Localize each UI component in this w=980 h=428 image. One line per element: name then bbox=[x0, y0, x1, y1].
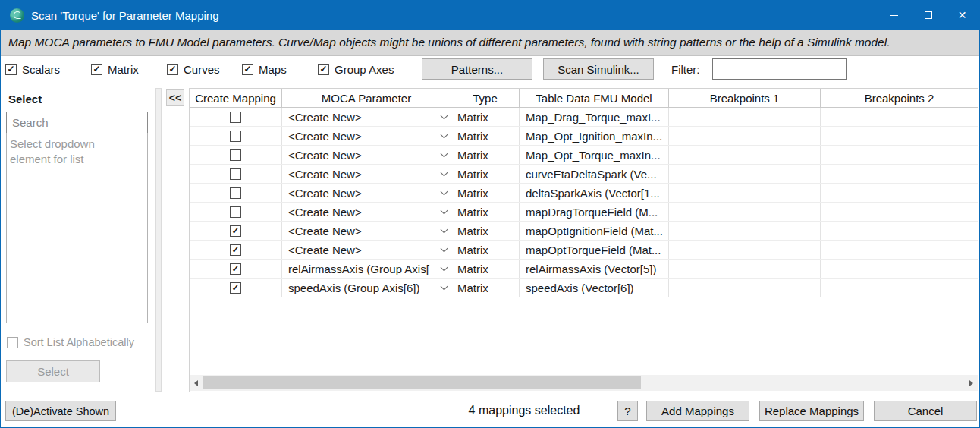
status-text: 4 mappings selected bbox=[426, 404, 623, 417]
dropdown-chevron-icon[interactable] bbox=[441, 245, 448, 253]
column-header-breakpoints-1[interactable]: Breakpoints 1 bbox=[669, 89, 821, 107]
select-button[interactable]: Select bbox=[6, 360, 100, 382]
maps-checkbox-row[interactable]: Maps bbox=[242, 63, 287, 76]
create-mapping-checkbox[interactable] bbox=[230, 112, 241, 123]
breakpoints1-cell[interactable] bbox=[669, 146, 821, 164]
breakpoints1-cell[interactable] bbox=[669, 127, 821, 145]
breakpoints1-cell[interactable] bbox=[669, 222, 821, 240]
replace-mappings-button[interactable]: Replace Mappings bbox=[759, 401, 864, 421]
matrix-checkbox-row[interactable]: Matrix bbox=[91, 63, 139, 76]
maps-checkbox[interactable] bbox=[242, 64, 253, 75]
cancel-button[interactable]: Cancel bbox=[874, 401, 977, 421]
create-mapping-cell bbox=[190, 279, 282, 297]
breakpoints2-cell[interactable] bbox=[821, 165, 978, 183]
dropdown-chevron-icon[interactable] bbox=[441, 150, 448, 158]
column-header-create-mapping[interactable]: Create Mapping bbox=[190, 89, 282, 107]
scroll-left-button[interactable] bbox=[190, 375, 203, 391]
select-list[interactable]: Select dropdown element for list bbox=[6, 133, 148, 323]
moca-parameter-dropdown[interactable]: <Create New> bbox=[282, 146, 451, 164]
moca-parameter-dropdown[interactable]: relAirmassAxis (Group Axis[ bbox=[282, 260, 451, 278]
scan-simulink-button[interactable]: Scan Simulink... bbox=[543, 58, 654, 80]
dropdown-chevron-icon[interactable] bbox=[441, 188, 448, 196]
curves-checkbox-row[interactable]: Curves bbox=[167, 63, 220, 76]
breakpoints1-cell[interactable] bbox=[669, 108, 821, 126]
maximize-button[interactable] bbox=[911, 1, 945, 30]
column-header-moca-parameter[interactable]: MOCA Parameter bbox=[282, 89, 451, 107]
group-axes-checkbox-row[interactable]: Group Axes bbox=[318, 63, 394, 76]
dropdown-chevron-icon[interactable] bbox=[441, 226, 448, 234]
breakpoints2-cell[interactable] bbox=[821, 108, 978, 126]
type-cell: Matrix bbox=[451, 279, 520, 297]
minimize-button[interactable] bbox=[877, 1, 911, 30]
title-bar: Scan 'Torque' for Parameter Mapping ✕ bbox=[1, 1, 979, 30]
panel-splitter[interactable] bbox=[155, 88, 162, 392]
table-row: <Create New> Matrix mapOptIgnitionField … bbox=[190, 222, 978, 241]
create-mapping-checkbox[interactable] bbox=[230, 187, 241, 199]
filter-input[interactable] bbox=[712, 58, 847, 80]
breakpoints1-cell[interactable] bbox=[669, 260, 821, 278]
mapping-table: Create Mapping MOCA Parameter Type Table… bbox=[189, 88, 978, 392]
dropdown-chevron-icon[interactable] bbox=[441, 112, 448, 120]
scalars-checkbox[interactable] bbox=[5, 64, 17, 75]
dropdown-chevron-icon[interactable] bbox=[441, 283, 448, 291]
moca-parameter-dropdown[interactable]: speedAxis (Group Axis[6]) bbox=[282, 279, 451, 297]
column-header-table-data-fmu-model[interactable]: Table Data FMU Model bbox=[520, 89, 669, 107]
moca-parameter-dropdown[interactable]: <Create New> bbox=[282, 184, 451, 202]
type-cell: Matrix bbox=[451, 222, 520, 240]
scroll-right-icon bbox=[969, 380, 973, 386]
create-mapping-checkbox[interactable] bbox=[230, 282, 241, 294]
search-input[interactable] bbox=[6, 112, 148, 134]
breakpoints2-cell[interactable] bbox=[821, 184, 978, 202]
scrollbar-thumb[interactable] bbox=[203, 376, 641, 389]
scroll-right-button[interactable] bbox=[965, 375, 978, 391]
breakpoints1-cell[interactable] bbox=[669, 241, 821, 259]
breakpoints2-cell[interactable] bbox=[821, 260, 978, 278]
dropdown-chevron-icon[interactable] bbox=[441, 169, 448, 177]
breakpoints2-cell[interactable] bbox=[821, 203, 978, 221]
add-mappings-button[interactable]: Add Mappings bbox=[646, 401, 749, 421]
horizontal-scrollbar[interactable] bbox=[190, 375, 978, 391]
fmu-model-value: deltaSparkAxis (Vector[1... bbox=[526, 187, 660, 200]
create-mapping-checkbox[interactable] bbox=[230, 206, 241, 218]
sort-alphabetically-checkbox[interactable] bbox=[7, 337, 18, 348]
moca-parameter-dropdown[interactable]: <Create New> bbox=[282, 165, 451, 183]
help-button[interactable]: ? bbox=[617, 401, 638, 421]
breakpoints2-cell[interactable] bbox=[821, 241, 978, 259]
create-mapping-checkbox[interactable] bbox=[230, 149, 241, 161]
patterns-button[interactable]: Patterns... bbox=[422, 58, 532, 80]
column-header-type[interactable]: Type bbox=[451, 89, 520, 107]
dropdown-chevron-icon[interactable] bbox=[441, 207, 448, 215]
breakpoints2-cell[interactable] bbox=[821, 146, 978, 164]
group-axes-checkbox[interactable] bbox=[318, 64, 329, 75]
breakpoints2-cell[interactable] bbox=[821, 127, 978, 145]
table-row: <Create New> Matrix curveEtaDeltaSpark (… bbox=[190, 165, 978, 184]
breakpoints1-cell[interactable] bbox=[669, 203, 821, 221]
moca-parameter-dropdown[interactable]: <Create New> bbox=[282, 222, 451, 240]
matrix-checkbox[interactable] bbox=[91, 64, 102, 75]
breakpoints1-cell[interactable] bbox=[669, 165, 821, 183]
create-mapping-checkbox[interactable] bbox=[230, 168, 241, 180]
fmu-model-cell: Map_Drag_Torque_maxI... bbox=[520, 108, 669, 126]
dropdown-chevron-icon[interactable] bbox=[441, 131, 448, 139]
dropdown-chevron-icon[interactable] bbox=[441, 264, 448, 272]
close-button[interactable]: ✕ bbox=[945, 1, 979, 30]
column-header-breakpoints-2[interactable]: Breakpoints 2 bbox=[821, 89, 978, 107]
breakpoints1-cell[interactable] bbox=[669, 184, 821, 202]
curves-checkbox[interactable] bbox=[167, 64, 178, 75]
collapse-panel-button[interactable]: << bbox=[166, 89, 184, 106]
moca-parameter-dropdown[interactable]: <Create New> bbox=[282, 203, 451, 221]
breakpoints2-cell[interactable] bbox=[821, 222, 978, 240]
moca-parameter-dropdown[interactable]: <Create New> bbox=[282, 127, 451, 145]
create-mapping-checkbox[interactable] bbox=[230, 244, 241, 256]
breakpoints1-cell[interactable] bbox=[669, 279, 821, 297]
moca-parameter-dropdown[interactable]: <Create New> bbox=[282, 108, 451, 126]
create-mapping-checkbox[interactable] bbox=[230, 131, 241, 142]
scalars-label: Scalars bbox=[22, 63, 60, 76]
create-mapping-checkbox[interactable] bbox=[230, 225, 241, 237]
create-mapping-checkbox[interactable] bbox=[230, 263, 241, 275]
type-value: Matrix bbox=[457, 206, 488, 219]
breakpoints2-cell[interactable] bbox=[821, 279, 978, 297]
moca-parameter-dropdown[interactable]: <Create New> bbox=[282, 241, 451, 259]
scalars-checkbox-row[interactable]: Scalars bbox=[5, 63, 60, 76]
deactivate-shown-button[interactable]: (De)Activate Shown bbox=[5, 401, 116, 421]
